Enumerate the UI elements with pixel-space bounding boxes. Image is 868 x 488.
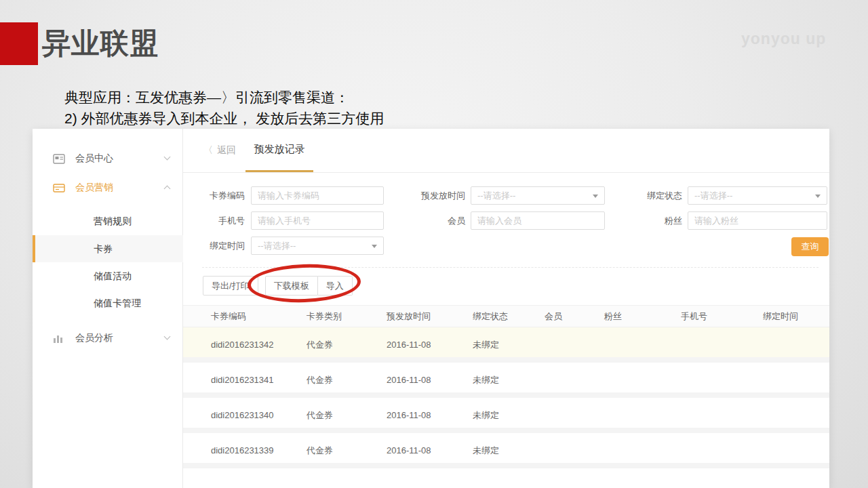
- chevron-down-icon: [164, 154, 171, 161]
- select-value: --请选择--: [694, 190, 732, 202]
- filter-label: 手机号: [183, 215, 245, 227]
- cell-bind-status: 未绑定: [473, 363, 545, 392]
- filter-label: 卡券编码: [183, 190, 245, 202]
- table-row[interactable]: didi2016231341 代金券 2016-11-08 未绑定: [183, 363, 829, 398]
- sidebar-item-label: 会员中心: [75, 152, 113, 165]
- cell-card-type: 代金券: [307, 363, 387, 392]
- column-header: 卡券类别: [307, 306, 387, 327]
- filter-card-code: 卡券编码: [183, 186, 384, 205]
- export-print-button[interactable]: 导出/打印: [203, 276, 258, 296]
- cell-bind-status: 未绑定: [473, 398, 545, 428]
- card-code-input[interactable]: [251, 186, 384, 205]
- cell-card-code: didi2016231342: [211, 327, 307, 357]
- column-header: 预发放时间: [387, 306, 473, 327]
- description-line1: 典型应用：互发优惠券—〉引流到零售渠道：: [64, 87, 384, 108]
- filter-bind-status: 绑定状态 --请选择--: [617, 186, 827, 205]
- cell-bind-time: [763, 363, 829, 392]
- cell-card-code: didi2016231339: [211, 433, 307, 463]
- chevron-down-icon: [593, 195, 598, 198]
- chevron-down-icon: [372, 245, 377, 248]
- column-header: 手机号: [681, 306, 763, 327]
- cell-member: [545, 327, 604, 357]
- import-button[interactable]: 导入: [318, 276, 353, 296]
- cell-phone: [681, 398, 763, 428]
- sidebar-subitem-stored-value-card[interactable]: 储值卡管理: [33, 289, 183, 317]
- preissue-time-select[interactable]: --请选择--: [471, 186, 605, 205]
- download-template-button[interactable]: 下载模板: [265, 276, 318, 296]
- cell-card-code: didi2016231341: [211, 363, 307, 392]
- filter-phone: 手机号: [183, 211, 384, 230]
- cell-bind-status: 未绑定: [473, 433, 545, 463]
- id-card-icon: [53, 153, 65, 164]
- cell-card-type: 代金券: [307, 433, 387, 463]
- description-line2: 2) 外部优惠券导入到本企业， 发放后去第三方使用: [64, 108, 384, 129]
- select-value: --请选择--: [477, 190, 515, 202]
- sidebar-subitem-label: 营销规则: [94, 216, 132, 226]
- column-header: 会员: [545, 306, 604, 327]
- column-header: 卡券编码: [211, 306, 307, 327]
- filter-fan: 粉丝: [617, 211, 827, 230]
- cell-phone: [681, 363, 763, 392]
- member-input[interactable]: [471, 211, 605, 230]
- table-row[interactable]: didi2016231342 代金券 2016-11-08 未绑定: [183, 327, 829, 363]
- chevron-up-icon: [164, 186, 171, 192]
- column-header: 绑定时间: [763, 306, 829, 327]
- filter-label: 会员: [400, 215, 465, 227]
- template-button-group: 下载模板 导入: [265, 276, 353, 296]
- table-row[interactable]: didi2016231340 代金券 2016-11-08 未绑定: [183, 398, 829, 433]
- cell-bind-time: [763, 398, 829, 428]
- sidebar-item-label: 会员分析: [75, 332, 113, 344]
- back-label: 返回: [217, 144, 236, 155]
- title-accent-square: [0, 22, 38, 65]
- cell-card-type: 代金券: [307, 327, 387, 357]
- search-button[interactable]: 查询: [791, 237, 829, 256]
- page-title: 异业联盟: [42, 24, 159, 62]
- sidebar-item-member-marketing[interactable]: 会员营销: [33, 174, 183, 201]
- cell-phone: [681, 433, 763, 463]
- section-divider: [202, 267, 818, 268]
- filter-label: 绑定时间: [183, 240, 245, 252]
- bind-time-select[interactable]: --请选择--: [251, 237, 384, 255]
- table-body: didi2016231342 代金券 2016-11-08 未绑定 didi20…: [183, 327, 829, 488]
- chevron-down-icon: [164, 333, 171, 340]
- sidebar-item-label: 会员营销: [75, 182, 113, 194]
- sidebar-subitem-label: 储值卡管理: [94, 298, 141, 308]
- app-window: 会员中心 会员营销 营销规则 卡券 储值活动 储值卡管理: [33, 129, 829, 488]
- filter-label: 粉丝: [617, 215, 682, 227]
- bar-chart-icon: [53, 333, 65, 344]
- cell-bind-time: [763, 327, 829, 357]
- filter-preissue-time: 预发放时间 --请选择--: [400, 186, 605, 205]
- chevron-left-icon: 〈: [203, 144, 213, 155]
- chevron-down-icon: [815, 195, 821, 198]
- cell-member: [545, 433, 604, 463]
- fan-input[interactable]: [688, 211, 827, 230]
- cell-fan: [604, 433, 681, 463]
- sidebar-item-member-center[interactable]: 会员中心: [33, 145, 183, 172]
- filter-bind-time: 绑定时间 --请选择--: [183, 237, 384, 255]
- cell-member: [545, 363, 604, 392]
- cell-preissue-date: 2016-11-08: [387, 327, 473, 357]
- sidebar-subitem-stored-value-activity[interactable]: 储值活动: [33, 262, 183, 289]
- toolbar: 导出/打印 下载模板 导入: [203, 276, 353, 296]
- sidebar-item-member-analysis[interactable]: 会员分析: [33, 325, 183, 352]
- filter-label: 绑定状态: [617, 190, 682, 202]
- sidebar-subitem-label: 卡券: [94, 243, 113, 254]
- cell-preissue-date: 2016-11-08: [387, 398, 473, 428]
- cell-card-type: 代金券: [307, 398, 387, 428]
- bind-status-select[interactable]: --请选择--: [688, 186, 827, 205]
- column-header: 绑定状态: [473, 306, 545, 327]
- cell-preissue-date: 2016-11-08: [387, 363, 473, 392]
- cell-member: [545, 398, 604, 428]
- filter-label: 预发放时间: [400, 190, 465, 202]
- tab-preissue-records[interactable]: 预发放记录: [245, 129, 313, 172]
- sidebar-subitem-card-coupon[interactable]: 卡券: [33, 235, 183, 262]
- yonyou-logo: yonyou up: [741, 30, 826, 48]
- back-button[interactable]: 〈返回: [203, 144, 236, 157]
- main-content: 〈返回 预发放记录 卡券编码 预发放时间 --请选择-- 绑定状态: [183, 129, 829, 488]
- sidebar-subitem-marketing-rules[interactable]: 营销规则: [33, 207, 183, 235]
- phone-input[interactable]: [251, 211, 384, 230]
- cell-bind-time: [763, 433, 829, 463]
- cell-phone: [681, 327, 763, 357]
- description: 典型应用：互发优惠券—〉引流到零售渠道： 2) 外部优惠券导入到本企业， 发放后…: [64, 87, 384, 129]
- table-row[interactable]: didi2016231339 代金券 2016-11-08 未绑定: [183, 433, 829, 468]
